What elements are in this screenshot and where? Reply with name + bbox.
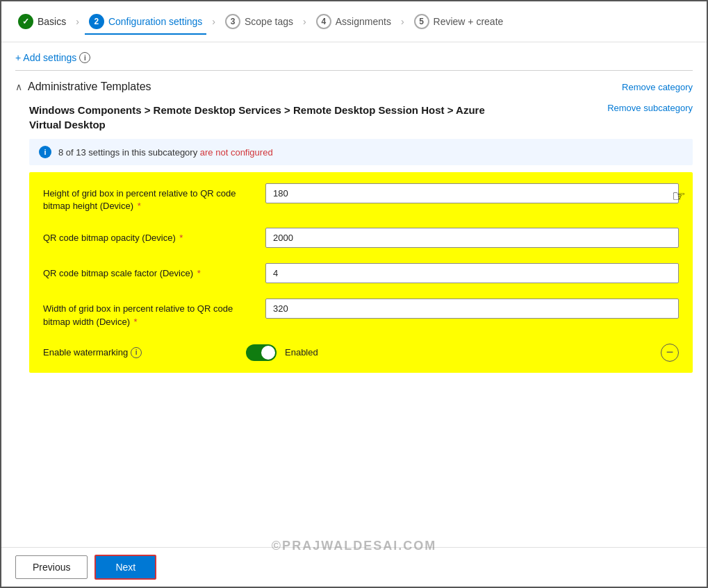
next-button[interactable]: Next (94, 555, 156, 580)
setting-label-1: QR code bitmap opacity (Device) * (43, 228, 265, 244)
setting-label-3: Width of grid box in percent relative to… (43, 299, 265, 328)
info-banner: i 8 of 13 settings in this subcategory a… (29, 139, 693, 165)
info-icon: i (39, 146, 51, 158)
subcategory-header: Windows Components > Remote Desktop Serv… (29, 103, 693, 132)
collapse-chevron-icon[interactable]: ∧ (15, 81, 22, 92)
remove-subcategory-button[interactable]: Remove subcategory (600, 103, 693, 113)
step-label-review: Review + create (434, 16, 504, 27)
nav-step-scope[interactable]: 3 Scope tags (221, 8, 297, 35)
setting-input-3[interactable] (265, 299, 679, 319)
admin-section-header: ∧ Administrative Templates Remove catego… (8, 71, 700, 100)
toggle-label: Enable watermarking i (43, 347, 238, 358)
setting-input-0[interactable] (265, 183, 679, 203)
subcategory-title: Windows Components > Remote Desktop Serv… (29, 103, 502, 132)
step-circle-review: 5 (414, 14, 429, 29)
nav-step-basics[interactable]: ✓ Basics (14, 8, 70, 35)
setting-row-1: QR code bitmap opacity (Device) * (43, 228, 679, 248)
remove-category-button[interactable]: Remove category (622, 82, 693, 92)
enable-watermarking-toggle[interactable] (246, 344, 277, 361)
step-circle-scope: 3 (225, 14, 240, 29)
setting-input-2[interactable] (265, 263, 679, 283)
setting-row-2: QR code bitmap scale factor (Device) * (43, 263, 679, 283)
info-banner-text-start: 8 of 13 settings in this subcategory (58, 147, 197, 158)
setting-label-2: QR code bitmap scale factor (Device) * (43, 263, 265, 280)
nav-step-assignments[interactable]: 4 Assignments (312, 8, 395, 35)
step-label-assignments: Assignments (336, 16, 391, 27)
footer: Previous Next (1, 547, 707, 587)
nav-divider-3: › (302, 16, 308, 27)
step-label-configuration: Configuration settings (108, 16, 202, 27)
remove-toggle-button[interactable]: − (661, 344, 679, 362)
setting-row-3: Width of grid box in percent relative to… (43, 299, 679, 328)
admin-templates-section: ∧ Administrative Templates Remove catego… (8, 71, 700, 383)
step-circle-configuration: 2 (89, 14, 104, 29)
step-circle-basics: ✓ (18, 14, 33, 29)
info-banner-text: 8 of 13 settings in this subcategory are… (58, 147, 273, 158)
toggle-state-label: Enabled (285, 347, 318, 358)
nav-step-configuration[interactable]: 2 Configuration settings (85, 8, 206, 35)
add-settings-bar: + Add settings i (1, 42, 707, 70)
required-marker-1: * (179, 233, 183, 243)
toggle-label-text: Enable watermarking (43, 347, 128, 358)
admin-section-title: Administrative Templates (28, 81, 151, 93)
settings-area: Height of grid box in percent relative t… (29, 172, 693, 373)
nav-step-review[interactable]: 5 Review + create (410, 8, 508, 35)
add-settings-info-icon: i (79, 52, 90, 63)
previous-button[interactable]: Previous (15, 555, 88, 579)
toggle-row: Enable watermarking i Enabled − (43, 344, 679, 362)
toggle-info-icon: i (131, 347, 142, 358)
step-label-scope: Scope tags (245, 16, 293, 27)
setting-input-1[interactable] (265, 228, 679, 248)
step-label-basics: Basics (38, 16, 66, 27)
toggle-thumb (261, 346, 275, 360)
add-settings-link[interactable]: + Add settings i (15, 52, 693, 63)
admin-header-left: ∧ Administrative Templates (15, 81, 151, 93)
nav-divider-2: › (211, 16, 217, 27)
nav-divider-1: › (74, 16, 81, 27)
step-circle-assignments: 4 (316, 14, 331, 29)
nav-divider-4: › (400, 16, 406, 27)
required-marker-0: * (138, 201, 141, 211)
required-marker-2: * (197, 268, 201, 278)
add-settings-label: + Add settings (15, 52, 76, 63)
info-banner-text-highlight: are not configured (200, 147, 273, 158)
setting-row-0: Height of grid box in percent relative t… (43, 183, 679, 212)
subcategory-area: Windows Components > Remote Desktop Serv… (8, 100, 700, 383)
setting-label-0: Height of grid box in percent relative t… (43, 183, 265, 212)
required-marker-3: * (134, 317, 138, 327)
wizard-nav: ✓ Basics › 2 Configuration settings › 3 … (1, 1, 707, 42)
